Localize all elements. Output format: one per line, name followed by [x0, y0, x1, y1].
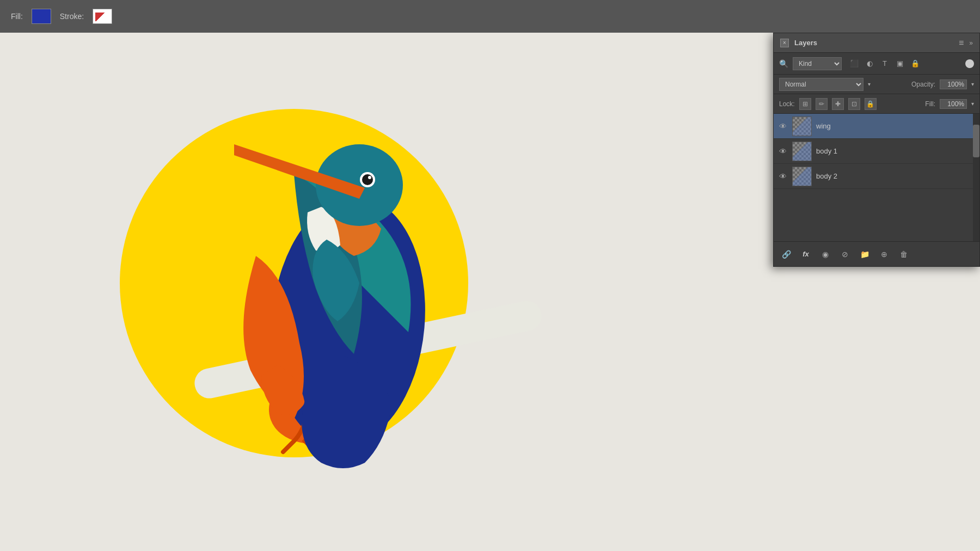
- fill-label: Fill:: [11, 12, 23, 21]
- blend-mode-select[interactable]: Normal Multiply Screen Overlay: [779, 78, 863, 91]
- layer-visibility-body2[interactable]: 👁: [778, 172, 788, 181]
- add-mask-icon[interactable]: ◉: [818, 247, 832, 261]
- layer-thumbnail-body1: [792, 142, 812, 161]
- new-layer-icon[interactable]: ⊕: [877, 247, 891, 261]
- panel-scrollbar[interactable]: [973, 114, 979, 241]
- fill-label-lock: Fill:: [925, 100, 935, 108]
- layer-visibility-body1[interactable]: 👁: [778, 146, 788, 156]
- filter-row: 🔍 Kind ⬛ ◐ T ▣ 🔒: [774, 53, 979, 75]
- layer-thumbnail-wing: [792, 117, 812, 136]
- link-layers-icon[interactable]: 🔗: [779, 247, 793, 261]
- delete-layer-icon[interactable]: 🗑: [897, 247, 911, 261]
- stroke-swatch[interactable]: [93, 9, 112, 24]
- kind-filter-select[interactable]: Kind: [793, 57, 842, 70]
- lock-position-icon[interactable]: ✚: [832, 98, 844, 110]
- layers-panel: × Layers ≡ » 🔍 Kind ⬛ ◐ T ▣ 🔒: [773, 33, 980, 267]
- filter-pixel-icon[interactable]: ⬛: [848, 58, 860, 70]
- panel-scrollbar-thumb[interactable]: [973, 125, 979, 157]
- lock-artboard-icon[interactable]: ⊡: [848, 98, 860, 110]
- layer-effects-icon[interactable]: fx: [799, 247, 813, 261]
- layers-list: 👁 wing 👁 body 1 👁 body 2: [774, 114, 979, 238]
- opacity-dropdown-arrow[interactable]: ▾: [971, 81, 974, 87]
- fill-dropdown-arrow[interactable]: ▾: [971, 101, 974, 107]
- panel-close-button[interactable]: ×: [780, 39, 789, 47]
- opacity-value[interactable]: 100%: [940, 79, 967, 89]
- bird-illustration: [27, 49, 561, 550]
- panel-menu-button[interactable]: ≡: [959, 38, 964, 48]
- top-toolbar: Fill: Stroke:: [0, 0, 980, 33]
- layer-item-wing[interactable]: 👁 wing: [774, 114, 979, 139]
- svg-point-6: [362, 174, 373, 185]
- blend-mode-row: Normal Multiply Screen Overlay ▾ Opacity…: [774, 75, 979, 94]
- filter-toggle-icon[interactable]: [965, 59, 974, 68]
- layer-name-body1: body 1: [816, 147, 975, 155]
- panel-collapse-button[interactable]: »: [969, 39, 973, 47]
- layer-visibility-wing[interactable]: 👁: [778, 121, 788, 131]
- fill-swatch[interactable]: [32, 9, 51, 24]
- filter-smart-icon[interactable]: 🔒: [909, 58, 921, 70]
- search-icon: 🔍: [779, 59, 788, 68]
- layer-name-wing: wing: [816, 122, 975, 130]
- blend-dropdown-arrow[interactable]: ▾: [868, 81, 871, 87]
- canvas-area: × Layers ≡ » 🔍 Kind ⬛ ◐ T ▣ 🔒: [0, 33, 980, 551]
- stroke-label: Stroke:: [60, 12, 84, 21]
- adjustment-layer-icon[interactable]: ⊘: [838, 247, 852, 261]
- filter-adjustment-icon[interactable]: ◐: [863, 58, 875, 70]
- lock-all-icon[interactable]: 🔒: [865, 98, 877, 110]
- filter-shape-icon[interactable]: ▣: [894, 58, 906, 70]
- svg-point-7: [368, 176, 371, 179]
- filter-icons: ⬛ ◐ T ▣ 🔒: [848, 58, 921, 70]
- bottom-icons-row: 🔗 fx ◉ ⊘ 📁 ⊕ 🗑: [774, 241, 979, 266]
- layer-item-body2[interactable]: 👁 body 2: [774, 164, 979, 189]
- fill-value[interactable]: 100%: [940, 99, 967, 109]
- layer-thumbnail-body2: [792, 167, 812, 186]
- lock-paint-icon[interactable]: ✏: [816, 98, 828, 110]
- lock-transparent-icon[interactable]: ⊞: [799, 98, 811, 110]
- panel-header: × Layers ≡ »: [774, 33, 979, 53]
- opacity-label: Opacity:: [911, 81, 935, 88]
- panel-title: Layers: [794, 39, 817, 47]
- new-group-icon[interactable]: 📁: [857, 247, 872, 261]
- lock-row: Lock: ⊞ ✏ ✚ ⊡ 🔒 Fill: 100% ▾: [774, 94, 979, 114]
- layer-name-body2: body 2: [816, 172, 975, 180]
- lock-label: Lock:: [779, 100, 795, 108]
- layer-item-body1[interactable]: 👁 body 1: [774, 139, 979, 164]
- filter-type-icon[interactable]: T: [879, 58, 891, 70]
